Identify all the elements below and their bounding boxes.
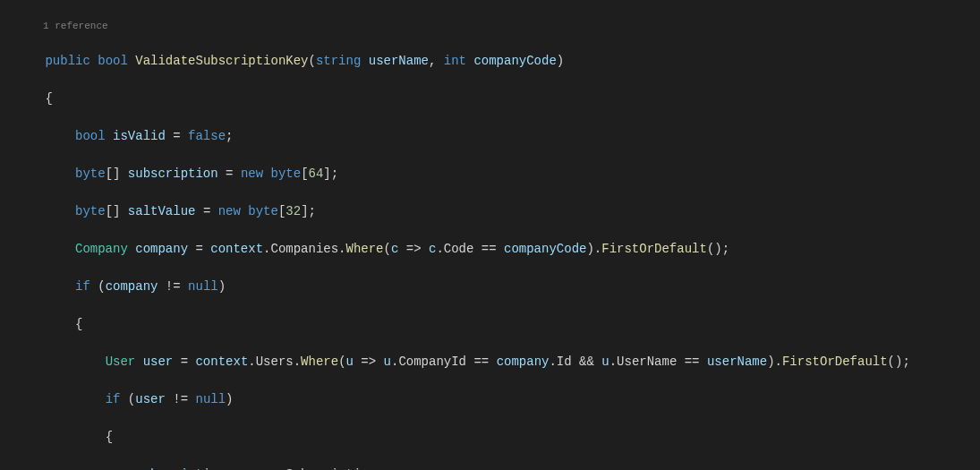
code-line: subscription = user.Subscription; — [0, 466, 980, 470]
codelens-reference[interactable]: 1 reference — [0, 19, 980, 33]
code-line: User user = context.Users.Where(u => u.C… — [0, 353, 980, 372]
code-line: byte[] subscription = new byte[64]; — [0, 165, 980, 184]
code-line: { — [0, 90, 980, 108]
code-line: { — [0, 315, 980, 334]
code-line: Company company = context.Companies.Wher… — [0, 240, 980, 259]
code-line: public bool ValidateSubscriptionKey(stri… — [0, 52, 980, 71]
code-line: if (user != null) — [0, 390, 980, 409]
code-line: if (company != null) — [0, 278, 980, 296]
code-line: { — [0, 428, 980, 447]
code-line: bool isValid = false; — [0, 127, 980, 146]
code-editor[interactable]: 1 reference public bool ValidateSubscrip… — [0, 0, 980, 470]
code-line: byte[] saltValue = new byte[32]; — [0, 202, 980, 221]
